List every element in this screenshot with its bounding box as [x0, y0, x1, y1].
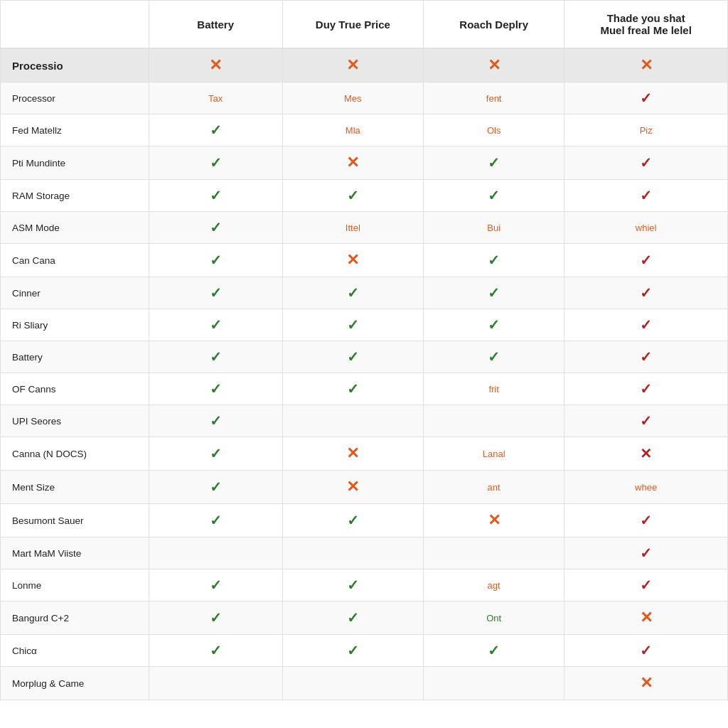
duy_true_price-cell: ✓ [282, 180, 423, 212]
thade-col-header: Thade you shat Muel freal Me lelel [564, 1, 728, 49]
table-row: ProcessorTaxMesfent✓ [1, 82, 728, 114]
x-icon: ✕ [488, 56, 500, 74]
check-icon: ✓ [488, 155, 500, 171]
feature-cell: Mart MaM Viiste [1, 537, 149, 569]
section-header-duy: ✕ [282, 48, 423, 82]
duy_true_price-cell: Mes [282, 82, 423, 114]
x-icon: ✕ [346, 56, 359, 74]
feature-cell: Ment Size [1, 471, 149, 504]
duy-true-price-col-header: Duy True Price [282, 1, 423, 49]
roach_deploy-cell: frit [423, 373, 564, 405]
check-icon: ✓ [210, 349, 222, 365]
feature-cell: Bangurd C+2 [1, 601, 149, 635]
table-row: Bangurd C+2✓✓Ont✕ [1, 601, 728, 635]
feature-cell: Can Cana [1, 244, 149, 277]
battery-cell [149, 537, 282, 569]
orange-text-value: Mla [346, 125, 360, 136]
check-icon: ✓ [210, 577, 222, 593]
table-row: Chicα✓✓✓✓ [1, 635, 728, 667]
orange-text-value: whiel [636, 223, 657, 233]
feature-cell: Besumont Sauer [1, 504, 149, 537]
duy_true_price-cell: ✓ [282, 504, 423, 537]
feature-cell: Cinner [1, 277, 149, 309]
thade-cell: ✓ [564, 341, 728, 373]
x-icon: ✕ [488, 511, 500, 529]
check-red-icon: ✓ [640, 188, 652, 203]
x-icon: ✕ [346, 478, 359, 496]
check-icon: ✓ [347, 285, 359, 301]
battery-cell: ✓ [149, 341, 282, 373]
check-red-icon: ✓ [640, 349, 652, 365]
thade-cell: ✓ [564, 373, 728, 405]
header-row: Battery Duy True Price Roach Deplry Thad… [1, 1, 728, 49]
section-header-thade: ✕ [564, 48, 728, 82]
table-row: Canna (N DOCS)✓✕Lanal✕ [1, 437, 728, 471]
table-row: Mart MaM Viiste✓ [1, 537, 728, 569]
table-row: Ri Sliary✓✓✓✓ [1, 309, 728, 341]
feature-cell: Chicα [1, 635, 149, 667]
check-icon: ✓ [488, 317, 500, 333]
check-red-icon: ✓ [640, 285, 652, 301]
check-icon: ✓ [488, 643, 500, 658]
feature-cell: RAM Storage [1, 180, 149, 212]
thade-cell: ✓ [564, 146, 728, 180]
duy_true_price-cell: ✕ [282, 437, 423, 471]
duy_true_price-cell [282, 537, 423, 569]
check-icon: ✓ [210, 188, 222, 203]
thade-cell: ✓ [564, 405, 728, 437]
duy_true_price-cell: ✓ [282, 635, 423, 667]
roach_deploy-cell: Ont [423, 601, 564, 635]
orange-text-value: fent [486, 93, 502, 104]
roach_deploy-cell [423, 667, 564, 700]
table-row: Battery✓✓✓✓ [1, 341, 728, 373]
check-icon: ✓ [210, 122, 222, 138]
thade-cell: whee [564, 471, 728, 504]
check-red-icon: ✓ [640, 317, 652, 333]
roach_deploy-cell: ✓ [423, 277, 564, 309]
check-icon: ✓ [347, 349, 359, 365]
table-row: Pti Mundinte✓✕✓✓ [1, 146, 728, 180]
battery-cell: ✓ [149, 309, 282, 341]
check-red-icon: ✓ [640, 413, 652, 429]
orange-text-value: Piz [640, 125, 653, 136]
orange-text-value: Ittel [346, 223, 360, 233]
battery-cell: ✓ [149, 180, 282, 212]
roach_deploy-cell: Bui [423, 212, 564, 244]
thade-cell: ✓ [564, 537, 728, 569]
comparison-table-container: Battery Duy True Price Roach Deplry Thad… [0, 0, 728, 728]
duy_true_price-cell: ✓ [282, 309, 423, 341]
check-icon: ✓ [347, 381, 359, 397]
duy_true_price-cell [282, 405, 423, 437]
duy_true_price-cell: ✓ [282, 341, 423, 373]
feature-cell: Processor [1, 82, 149, 114]
check-icon: ✓ [347, 610, 359, 626]
table-row: Lonme✓✓agt✓ [1, 569, 728, 601]
roach_deploy-cell [423, 405, 564, 437]
battery-cell: ✓ [149, 373, 282, 405]
battery-cell: ✓ [149, 212, 282, 244]
thade-cell: ✓ [564, 82, 728, 114]
battery-cell: ✓ [149, 471, 282, 504]
table-row: Cinner✓✓✓✓ [1, 277, 728, 309]
check-icon: ✓ [210, 513, 222, 528]
x-icon: ✕ [640, 609, 653, 626]
thade-cell: whiel [564, 212, 728, 244]
check-red-icon: ✓ [640, 90, 652, 106]
orange-text-value: whee [635, 482, 657, 493]
feature-cell: Morplug & Came [1, 667, 149, 700]
check-icon: ✓ [347, 643, 359, 658]
thade-cell: ✓ [564, 309, 728, 341]
feature-cell: Pti Mundinte [1, 146, 149, 180]
x-icon: ✕ [346, 154, 359, 171]
section-header-battery: ✕ [149, 48, 282, 82]
check-icon: ✓ [210, 252, 222, 268]
table-row: UPI Seores✓✓ [1, 405, 728, 437]
check-red-icon: ✓ [640, 545, 652, 561]
check-icon: ✓ [210, 155, 222, 171]
table-row: Ment Size✓✕antwhee [1, 471, 728, 504]
battery-cell: ✓ [149, 277, 282, 309]
feature-cell: Ri Sliary [1, 309, 149, 341]
check-icon: ✓ [347, 577, 359, 593]
duy_true_price-cell: ✕ [282, 471, 423, 504]
section-header-feature: Processio [1, 48, 149, 82]
